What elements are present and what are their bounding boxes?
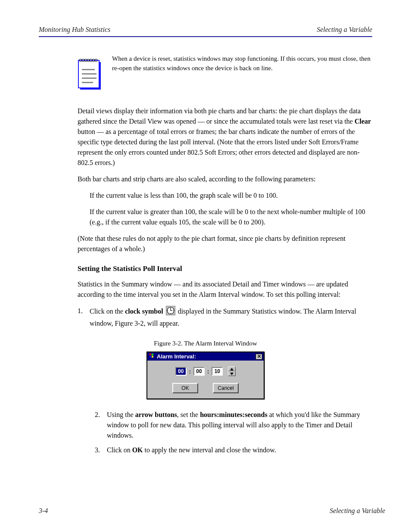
step-3-post: to apply the new interval and close the … — [143, 446, 276, 454]
notepad-icon — [78, 57, 102, 93]
step-1: 1. Click on the clock symbol — [78, 306, 372, 329]
footer-left: 3-4 — [39, 507, 48, 515]
svg-marker-27 — [230, 373, 234, 375]
close-icon[interactable]: ✕ — [255, 354, 262, 360]
time-spinner[interactable] — [228, 367, 236, 376]
ok-button[interactable]: OK — [172, 383, 198, 393]
detail-pre: Detail views display their information v… — [78, 107, 361, 125]
svg-rect-23 — [152, 354, 153, 355]
svg-rect-12 — [82, 82, 93, 83]
dialog-app-icon — [149, 353, 155, 360]
setting-heading: Setting the Statistics Poll Interval — [78, 264, 372, 273]
step-2-pre: Using the — [107, 411, 135, 418]
cancel-button[interactable]: Cancel — [213, 383, 239, 393]
step-2-mid: , set the — [177, 411, 200, 418]
step-3: 3. Click on OK to apply the new interval… — [95, 445, 372, 455]
svg-rect-10 — [82, 73, 97, 75]
step-2-arrow-buttons: arrow buttons — [135, 411, 177, 418]
clock-icon — [166, 306, 175, 318]
svg-rect-24 — [149, 356, 151, 358]
spin-down-button[interactable] — [228, 371, 236, 376]
step-1-num: 1. — [78, 306, 90, 316]
step-2: 2. Using the arrow buttons, set the hour… — [95, 410, 372, 441]
spin-up-button[interactable] — [228, 367, 236, 371]
step-1-bold-clock: clock symbol — [125, 308, 163, 315]
dialog-titlebar[interactable]: Alarm Interval: ✕ — [147, 352, 264, 361]
header-right: Selecting a Variable — [317, 26, 372, 34]
page-footer: 3-4 Selecting a Variable — [39, 507, 385, 515]
hours-field[interactable]: 00 — [175, 367, 187, 376]
header-rule — [39, 36, 372, 37]
step-3-pre: Click on — [107, 446, 132, 454]
note-text: When a device is reset, statistics windo… — [112, 54, 372, 73]
svg-rect-11 — [82, 78, 97, 79]
step-3-num: 3. — [95, 445, 107, 455]
svg-rect-9 — [82, 69, 95, 70]
chart-format-note: (Note that these rules do not apply to t… — [78, 233, 372, 254]
alarm-interval-dialog: Alarm Interval: ✕ 00 : 00 : 10 — [146, 352, 265, 399]
range-b: If the current value is greater than 100… — [90, 207, 372, 227]
svg-rect-25 — [152, 356, 153, 358]
detail-paragraph: Detail views display their information v… — [78, 106, 372, 168]
step-2-num: 2. — [95, 410, 107, 420]
svg-rect-22 — [149, 354, 151, 355]
colon-2: : — [207, 368, 209, 375]
colon-1: : — [189, 368, 191, 375]
setting-intro: Statistics in the Summary window — and i… — [78, 279, 372, 300]
time-row: 00 : 00 : 10 — [152, 367, 259, 376]
figure-caption: Figure 3-2. The Alarm Interval Window — [39, 340, 372, 347]
header-left: Monitoring Hub Statistics — [39, 26, 110, 34]
seconds-field[interactable]: 10 — [212, 367, 223, 376]
steps-list: 1. Click on the clock symbol — [78, 306, 372, 329]
dialog-title: Alarm Interval: — [157, 353, 196, 360]
detail-post: button — as a percentage of total errors… — [78, 128, 360, 166]
page-header: Monitoring Hub Statistics Selecting a Va… — [39, 26, 372, 34]
minutes-field[interactable]: 00 — [193, 367, 205, 376]
footer-right: Selecting a Variable — [330, 507, 385, 515]
range-a: If the current value is less than 100, t… — [90, 190, 372, 201]
note-block: When a device is reset, statistics windo… — [78, 54, 372, 93]
detail-bold-clear: Clear — [355, 118, 371, 125]
ranges-intro: Both bar charts and strip charts are als… — [78, 174, 372, 184]
step-2-time-format: hours:minutes:seconds — [200, 411, 267, 418]
dialog-wrap: Alarm Interval: ✕ 00 : 00 : 10 — [39, 352, 372, 399]
step-3-ok: OK — [132, 446, 143, 454]
step-1-pre: Click on the — [90, 308, 125, 315]
after-figure-steps: 2. Using the arrow buttons, set the hour… — [95, 410, 372, 455]
svg-marker-26 — [230, 368, 234, 370]
